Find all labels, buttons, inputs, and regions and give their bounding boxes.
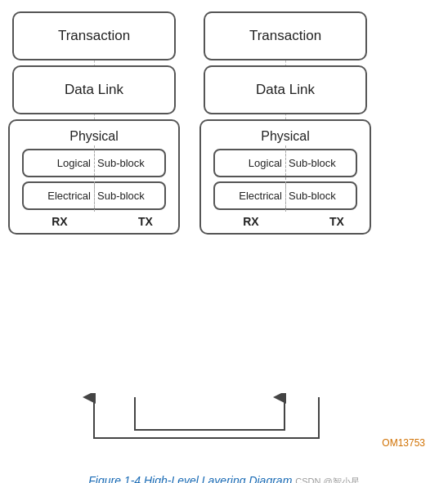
left-physical-box: Physical Logical Sub-block Electrical Su… [8, 119, 180, 235]
left-transaction-box: Transaction [12, 11, 176, 60]
right-physical-label: Physical [208, 129, 363, 144]
right-transaction-label: Transaction [249, 28, 321, 43]
left-tx-label: TX [138, 215, 153, 228]
right-datalink-label: Data Link [256, 82, 315, 97]
left-datalink-label: Data Link [65, 82, 123, 97]
right-electrical-left: Electrical [218, 190, 285, 202]
left-electrical-right: Sub-block [94, 190, 161, 202]
left-datalink-box: Data Link [12, 65, 176, 114]
right-logical-left: Logical [218, 157, 285, 169]
left-electrical-left: Electrical [27, 190, 94, 202]
right-rx-tx-row: RX TX [208, 212, 379, 228]
left-rx-tx-row: RX TX [16, 212, 188, 228]
right-tx-label: TX [329, 215, 344, 228]
figure-caption: Figure 1-4 High-Level Layering DiagramCS… [0, 473, 448, 483]
right-electrical-right: Sub-block [285, 190, 352, 202]
left-logical-right: Sub-block [94, 157, 161, 169]
figure-ref: OM13753 [382, 437, 425, 449]
right-logical-right: Sub-block [285, 157, 352, 169]
figure-caption-text: Figure 1-4 High-Level Layering Diagram [88, 474, 292, 483]
right-transaction-box: Transaction [204, 11, 367, 60]
arrows-diagram [0, 393, 448, 442]
right-rx-label: RX [243, 215, 258, 228]
left-rx-label: RX [52, 215, 67, 228]
csdn-watermark: CSDN @智小星 [295, 476, 359, 483]
left-physical-label: Physical [16, 129, 172, 144]
right-physical-box: Physical Logical Sub-block Electrical Su… [199, 119, 371, 235]
right-datalink-box: Data Link [204, 65, 367, 114]
left-transaction-label: Transaction [58, 28, 130, 43]
left-logical-left: Logical [27, 157, 94, 169]
